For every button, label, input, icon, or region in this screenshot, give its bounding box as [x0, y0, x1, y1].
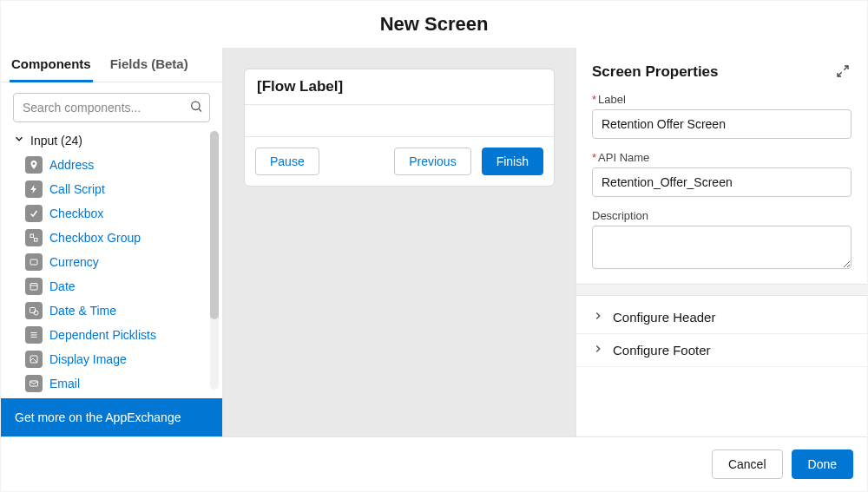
svg-point-0: [192, 102, 200, 109]
screen-preview[interactable]: [Flow Label] Pause Previous Finish: [244, 69, 555, 187]
scrollbar-thumb[interactable]: [210, 131, 219, 319]
picklist-icon: [25, 326, 43, 344]
api-name-field-label: *API Name: [592, 151, 852, 164]
appexchange-link[interactable]: Get more on the AppExchange: [1, 398, 222, 436]
pause-button[interactable]: Pause: [255, 148, 319, 175]
svg-rect-4: [30, 259, 37, 265]
component-label: Email: [49, 377, 80, 390]
screen-footer: Pause Previous Finish: [245, 136, 554, 186]
component-label: Date & Time: [49, 304, 116, 318]
component-label: Currency: [49, 255, 99, 269]
component-label: Checkbox: [49, 207, 103, 220]
section-label: Input (24): [30, 134, 82, 148]
chevron-right-icon: [592, 310, 604, 325]
configure-footer-section[interactable]: Configure Footer: [576, 334, 867, 367]
section-input[interactable]: Input (24): [13, 129, 222, 153]
component-item-email[interactable]: Email: [25, 371, 207, 396]
component-item-checkbox[interactable]: Checkbox: [25, 201, 207, 226]
chevron-down-icon: [13, 133, 25, 148]
modal-title: New Screen: [1, 1, 867, 48]
properties-title: Screen Properties: [592, 63, 719, 81]
svg-rect-3: [35, 239, 38, 242]
component-item-call-script[interactable]: Call Script: [25, 177, 207, 201]
component-label: Dependent Picklists: [49, 328, 156, 342]
tab-fields-beta[interactable]: Fields (Beta): [108, 48, 190, 82]
bolt-icon: [25, 180, 43, 198]
screen-body-dropzone[interactable]: [245, 105, 554, 136]
configure-footer-label: Configure Footer: [613, 343, 711, 358]
component-item-datetime[interactable]: Date & Time: [25, 298, 207, 323]
component-item-date[interactable]: Date: [25, 274, 207, 298]
component-label: Address: [49, 158, 94, 172]
component-item-display-image[interactable]: Display Image: [25, 347, 207, 371]
expand-icon[interactable]: [836, 64, 852, 80]
image-icon: [25, 351, 43, 368]
svg-rect-2: [30, 234, 34, 238]
api-name-input[interactable]: [592, 167, 852, 197]
label-input[interactable]: [592, 109, 852, 139]
component-item-dependent-picklists[interactable]: Dependent Picklists: [25, 323, 207, 347]
description-input[interactable]: [592, 226, 852, 269]
svg-line-15: [838, 72, 842, 76]
component-list: Address Call Script Checkbox Checkbox Gr…: [13, 153, 222, 396]
currency-icon: [25, 253, 43, 271]
search-input[interactable]: [13, 93, 210, 122]
component-label: Display Image: [49, 352, 127, 366]
location-icon: [25, 156, 43, 174]
done-button[interactable]: Done: [792, 449, 853, 479]
left-tabs: Components Fields (Beta): [1, 48, 222, 82]
description-field-label: Description: [592, 209, 852, 222]
email-icon: [25, 375, 43, 392]
component-item-checkbox-group[interactable]: Checkbox Group: [25, 226, 207, 250]
datetime-icon: [25, 302, 43, 319]
label-field-label: *Label: [592, 93, 852, 106]
components-panel: Components Fields (Beta) Input (24): [1, 48, 223, 436]
properties-divider: [576, 284, 867, 296]
component-item-currency[interactable]: Currency: [25, 250, 207, 274]
svg-rect-5: [30, 284, 37, 291]
component-label: Checkbox Group: [49, 231, 141, 245]
checkbox-icon: [25, 205, 43, 222]
search-components: [13, 93, 210, 122]
component-label: Date: [49, 279, 76, 293]
new-screen-modal: New Screen Components Fields (Beta): [0, 0, 868, 492]
component-scroll: Input (24) Address Call Script Checkbox: [1, 129, 222, 398]
cancel-button[interactable]: Cancel: [712, 449, 783, 479]
svg-line-14: [844, 66, 848, 70]
date-icon: [25, 278, 43, 295]
search-icon: [189, 100, 203, 116]
checkbox-group-icon: [25, 229, 43, 246]
configure-header-label: Configure Header: [613, 310, 715, 325]
component-label: Call Script: [49, 182, 105, 196]
finish-button[interactable]: Finish: [482, 148, 543, 175]
canvas: [Flow Label] Pause Previous Finish: [223, 48, 575, 436]
component-item-address[interactable]: Address: [25, 153, 207, 177]
modal-footer: Cancel Done: [1, 436, 867, 491]
configure-header-section[interactable]: Configure Header: [576, 301, 867, 334]
properties-panel: Screen Properties *Label *API Name Descr…: [575, 48, 867, 436]
flow-label: [Flow Label]: [245, 69, 554, 105]
svg-line-1: [199, 109, 201, 112]
chevron-right-icon: [592, 343, 604, 358]
previous-button[interactable]: Previous: [394, 148, 470, 175]
tab-components[interactable]: Components: [10, 48, 93, 82]
modal-body: Components Fields (Beta) Input (24): [1, 48, 867, 436]
